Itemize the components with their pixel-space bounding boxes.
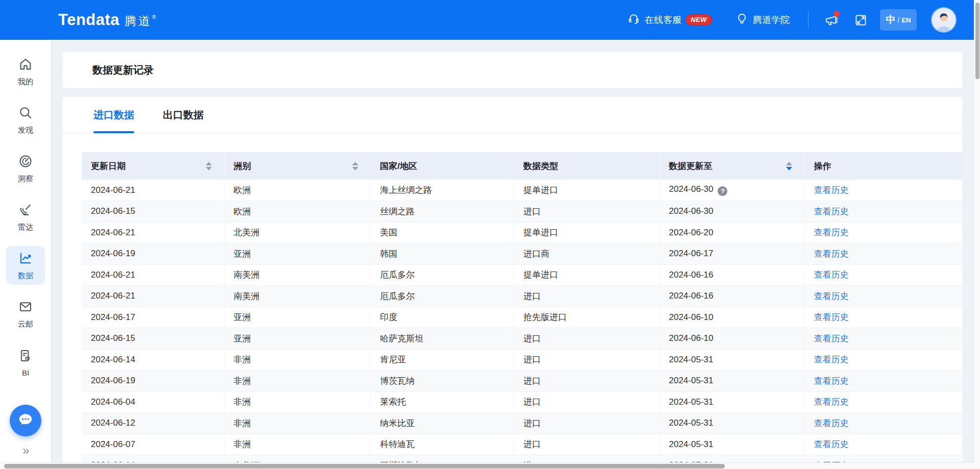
announcement-button[interactable] [821, 10, 841, 30]
cell-action: 查看历史 [804, 264, 963, 286]
cell-continent: 非洲 [224, 371, 371, 392]
lightbulb-icon [736, 12, 753, 28]
cell-action: 查看历史 [804, 222, 963, 243]
table-container: 更新日期洲别国家/地区数据类型数据更新至操作 2024-06-21欧洲海上丝绸之… [82, 152, 963, 469]
sidebar-item-label: BI [22, 368, 29, 377]
cell-continent: 非洲 [224, 349, 371, 371]
sort-carets-icon[interactable] [352, 162, 358, 170]
sidebar-item-mine[interactable]: 我的 [6, 52, 45, 91]
sort-carets-icon[interactable] [206, 162, 212, 170]
table-body: 2024-06-21欧洲海上丝绸之路提单进口2024-06-30?查看历史202… [82, 180, 963, 469]
help-question-icon[interactable]: ? [718, 186, 727, 196]
column-header[interactable]: 数据更新至 [659, 152, 804, 180]
top-header: Tendata 腾道 ® 在线客服 NEW 腾道学院 [0, 0, 974, 40]
cell-country: 纳米比亚 [371, 413, 514, 434]
sidebar-item-discover[interactable]: 发现 [6, 101, 45, 139]
view-history-link[interactable]: 查看历史 [814, 249, 849, 259]
sidebar-expand-arrows[interactable]: » [22, 443, 28, 458]
column-header[interactable]: 洲别 [224, 152, 371, 180]
view-history-link[interactable]: 查看历史 [814, 334, 849, 343]
cell-updated-to: 2024-05-31 [659, 371, 804, 392]
sidebar-item-label: 发现 [18, 126, 33, 135]
view-history-link[interactable]: 查看历史 [814, 376, 849, 386]
view-history-link[interactable]: 查看历史 [814, 397, 849, 407]
column-label: 国家/地区 [380, 160, 418, 172]
table-row: 2024-06-19非洲博茨瓦纳进口2024-05-31查看历史 [82, 371, 963, 392]
table-row: 2024-06-15欧洲丝绸之路进口2024-06-30查看历史 [82, 201, 963, 223]
cell-updated-to: 2024-05-31 [659, 413, 804, 434]
cell-update-date: 2024-06-15 [82, 328, 224, 350]
home-icon [18, 57, 33, 74]
tab-import-data[interactable]: 进口数据 [93, 97, 134, 133]
vertical-scrollbar[interactable] [974, 0, 980, 469]
view-history-link[interactable]: 查看历史 [814, 439, 849, 449]
column-header[interactable]: 更新日期 [82, 152, 224, 180]
cell-action: 查看历史 [804, 371, 963, 392]
brand-text: Tendata [58, 11, 119, 29]
cell-updated-to: 2024-06-17 [659, 243, 804, 265]
cell-updated-to: 2024-06-16 [659, 286, 804, 307]
horizontal-scrollbar-thumb[interactable] [4, 464, 725, 468]
sidebar-item-radar[interactable]: 雷达 [6, 198, 45, 236]
cell-update-date: 2024-06-15 [82, 201, 224, 223]
view-history-link[interactable]: 查看历史 [814, 312, 849, 322]
cell-continent: 亚洲 [224, 307, 371, 328]
cell-update-date: 2024-06-07 [82, 434, 224, 455]
data-card: 进口数据出口数据 更新日期洲别国家/地区数据类型数据更新至操作 2024-06-… [62, 97, 963, 469]
fullscreen-button[interactable] [850, 10, 871, 30]
cell-continent: 南美洲 [224, 286, 371, 307]
cell-action: 查看历史 [804, 180, 963, 201]
tab-export-data[interactable]: 出口数据 [163, 97, 204, 133]
cell-updated-to: 2024-06-30? [659, 180, 804, 201]
online-service-link[interactable]: 在线客服 NEW [627, 12, 712, 28]
view-history-link[interactable]: 查看历史 [814, 185, 849, 195]
cell-country: 博茨瓦纳 [371, 371, 514, 392]
view-history-link[interactable]: 查看历史 [814, 270, 849, 280]
tendata-logo[interactable]: Tendata 腾道 ® [58, 11, 156, 29]
cell-updated-to: 2024-06-20 [659, 222, 804, 243]
view-history-link[interactable]: 查看历史 [814, 291, 849, 301]
bi-icon: BI [18, 348, 33, 365]
cell-continent: 北美洲 [224, 222, 371, 243]
mail-icon [18, 299, 33, 316]
vertical-scrollbar-thumb[interactable] [975, 3, 979, 79]
sidebar-item-bi[interactable]: BIBI [6, 343, 45, 382]
column-label: 操作 [814, 160, 831, 172]
cell-action: 查看历史 [804, 286, 963, 307]
horizontal-scrollbar[interactable] [0, 462, 974, 469]
tab-bar: 进口数据出口数据 [62, 97, 963, 134]
language-toggle[interactable]: 中 / EN [880, 9, 917, 31]
cell-data-type: 提单进口 [514, 180, 659, 201]
svg-text:BI: BI [25, 355, 30, 360]
cell-data-type: 提单进口 [514, 264, 659, 286]
cell-country: 韩国 [371, 243, 514, 265]
cell-update-date: 2024-06-04 [82, 391, 224, 413]
cell-update-date: 2024-06-21 [82, 286, 224, 307]
cell-action: 查看历史 [804, 391, 963, 413]
sidebar-item-label: 雷达 [18, 223, 33, 232]
view-history-link[interactable]: 查看历史 [814, 228, 849, 237]
view-history-link[interactable]: 查看历史 [814, 207, 849, 216]
table-row: 2024-06-17亚洲印度抢先版进口2024-06-10查看历史 [82, 307, 963, 328]
sort-carets-icon[interactable] [786, 162, 792, 170]
table-row: 2024-06-21南美洲厄瓜多尔提单进口2024-06-16查看历史 [82, 264, 963, 286]
sidebar: 我的发现洞察雷达数据云邮BIBI » [0, 40, 51, 469]
cell-data-type: 进口 [514, 286, 659, 307]
chat-fab-button[interactable] [10, 405, 41, 436]
data-update-table: 更新日期洲别国家/地区数据类型数据更新至操作 2024-06-21欧洲海上丝绸之… [82, 152, 963, 469]
sidebar-item-insight[interactable]: 洞察 [6, 149, 45, 188]
chat-bubble-icon [16, 410, 35, 431]
sidebar-item-cloudmail[interactable]: 云邮 [6, 294, 45, 333]
sidebar-item-data[interactable]: 数据 [6, 246, 45, 285]
cell-continent: 亚洲 [224, 328, 371, 350]
academy-link[interactable]: 腾道学院 [736, 12, 790, 28]
cell-continent: 非洲 [224, 413, 371, 434]
view-history-link[interactable]: 查看历史 [814, 418, 849, 428]
view-history-link[interactable]: 查看历史 [814, 355, 849, 364]
app-root: Tendata 腾道 ® 在线客服 NEW 腾道学院 [0, 0, 980, 469]
notification-dot [834, 11, 840, 17]
cell-updated-to: 2024-05-31 [659, 434, 804, 455]
cell-data-type: 进口 [514, 201, 659, 223]
user-avatar[interactable] [932, 8, 955, 32]
headset-icon [627, 12, 645, 28]
